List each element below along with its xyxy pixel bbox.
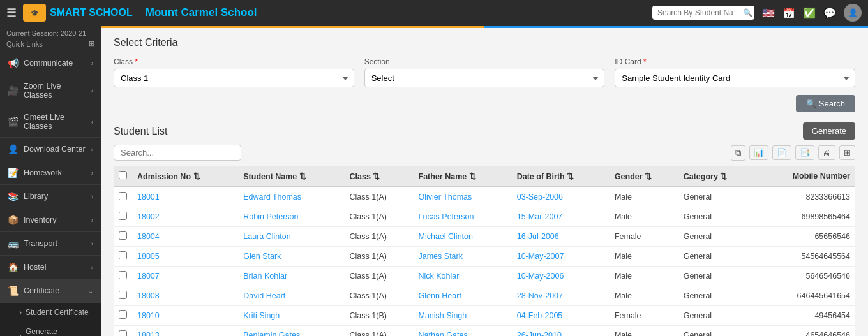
father-link[interactable]: James Stark [419,252,463,261]
admission-link[interactable]: 18008 [137,291,160,300]
sidebar-item-certificate[interactable]: 📜 Certificate ⌄ [0,279,101,303]
sidebar-item-hostel[interactable]: 🏠 Hostel › [0,256,101,279]
section-select[interactable]: Select [364,69,605,87]
hamburger-icon[interactable]: ☰ [6,6,17,20]
sidebar-item-homework[interactable]: 📝 Homework › [0,161,101,185]
dob-link[interactable]: 15-Mar-2007 [517,212,563,221]
father-link[interactable]: Michael Clinton [419,232,473,241]
sidebar-label-zoom: Zoom Live Classes [24,82,91,99]
search-icon[interactable]: 🔍 [743,8,752,17]
row-checkbox-cell[interactable] [114,267,132,286]
father-link[interactable]: Glenn Heart [419,291,461,300]
dob-link[interactable]: 10-May-2007 [517,252,564,261]
brand: 🎓 SMART SCHOOL [23,4,133,22]
sidebar-item-student-cert[interactable]: › Student Certificate [0,303,101,322]
father-link[interactable]: Nathan Gates [419,331,468,336]
row-checkbox-cell[interactable] [114,326,132,337]
row-checkbox-cell[interactable] [114,207,132,227]
csv-icon-btn[interactable]: 📄 [772,145,791,160]
row-category: General [678,227,757,247]
table-icons: ⧉ 📊 📄 📑 🖨 ⊞ [731,145,855,161]
student-table-body: 18001 Edward Thomas Class 1(A) Olivier T… [114,187,855,336]
name-link[interactable]: Kriti Singh [243,311,280,320]
name-link[interactable]: Laura Clinton [243,232,290,241]
checkmark-icon[interactable]: ✅ [803,7,816,19]
print-icon-btn[interactable]: 🖨 [818,145,835,160]
row-checkbox[interactable] [119,330,127,336]
admission-link[interactable]: 18004 [137,232,160,241]
name-link[interactable]: Glen Stark [243,252,281,261]
whatsapp-icon[interactable]: 💬 [823,7,836,19]
sidebar-item-gen-cert[interactable]: › Generate Certificate [0,322,101,336]
row-checkbox-cell[interactable] [114,227,132,247]
row-dob: 26-Jun-2010 [512,326,610,337]
dob-link[interactable]: 03-Sep-2006 [517,193,563,201]
table-search-input[interactable] [114,145,241,161]
row-checkbox[interactable] [119,310,127,319]
row-checkbox-cell[interactable] [114,187,132,207]
admission-link[interactable]: 18007 [137,272,160,281]
name-link[interactable]: Benjamin Gates [243,331,300,336]
row-checkbox[interactable] [119,212,127,220]
flag-icon[interactable]: 🇺🇸 [762,7,775,19]
admission-link[interactable]: 18001 [137,193,160,201]
row-admission: 18013 [132,326,238,337]
sidebar-item-library[interactable]: 📚 Library › [0,185,101,208]
class-form-group: Class * Class 1 [114,57,354,87]
row-mobile: 646445641654 [757,286,855,306]
pdf-icon-btn[interactable]: 📑 [795,145,814,160]
sidebar-item-inventory[interactable]: 📦 Inventory › [0,208,101,232]
row-checkbox[interactable] [119,271,127,279]
row-father: James Stark [414,247,512,267]
father-link[interactable]: Lucas Peterson [419,212,474,221]
sidebar-item-gmeet[interactable]: 🎬 Gmeet Live Classes ‹ [0,106,101,138]
sidebar-item-transport[interactable]: 🚌 Transport › [0,232,101,256]
row-checkbox-cell[interactable] [114,286,132,306]
name-link[interactable]: Brian Kohlar [243,272,287,281]
admission-link[interactable]: 18005 [137,252,160,261]
father-link[interactable]: Nick Kohlar [419,272,460,281]
row-checkbox-cell[interactable] [114,306,132,326]
grid-icon[interactable]: ⊞ [89,40,94,48]
search-button[interactable]: 🔍 Search [796,95,855,112]
sidebar-item-zoom[interactable]: 🎥 Zoom Live Classes ‹ [0,75,101,106]
admission-link[interactable]: 18013 [137,331,160,336]
select-all-checkbox[interactable] [119,171,127,179]
name-link[interactable]: Edward Thomas [243,193,301,201]
navbar-search-box[interactable]: 🔍 [652,6,754,20]
father-link[interactable]: Manish Singh [419,311,467,320]
dob-link[interactable]: 16-Jul-2006 [517,232,559,241]
generate-button[interactable]: Generate [803,122,855,140]
th-select-all[interactable] [114,166,132,187]
dob-link[interactable]: 26-Jun-2010 [517,331,562,336]
row-checkbox[interactable] [119,291,127,299]
copy-icon-btn[interactable]: ⧉ [731,145,745,161]
row-checkbox[interactable] [119,231,127,240]
class-select[interactable]: Class 1 [114,69,354,87]
quick-links-row: Quick Links ⊞ [0,38,101,52]
admission-link[interactable]: 18002 [137,212,160,221]
dob-link[interactable]: 28-Nov-2007 [517,291,563,300]
search-btn-label: Search [819,99,845,108]
navbar-search-input[interactable] [657,8,740,17]
admission-link[interactable]: 18010 [137,311,160,320]
dob-link[interactable]: 04-Feb-2005 [517,311,563,320]
avatar[interactable]: 👤 [844,4,862,22]
sidebar-item-communicate[interactable]: 📢 Communicate › [0,52,101,75]
name-link[interactable]: David Heart [243,291,285,300]
row-checkbox[interactable] [119,251,127,259]
calendar-icon[interactable]: 📅 [782,7,795,19]
father-link[interactable]: Olivier Thomas [419,193,472,201]
row-checkbox[interactable] [119,192,127,200]
sidebar-item-download[interactable]: 👤 Download Center › [0,138,101,161]
idcard-select[interactable]: Sample Student Identity Card [615,69,855,87]
row-gender: Male [610,187,678,207]
row-admission: 18004 [132,227,238,247]
columns-icon-btn[interactable]: ⊞ [839,145,855,160]
dob-link[interactable]: 10-May-2006 [517,272,564,281]
excel-icon-btn[interactable]: 📊 [749,145,768,160]
name-link[interactable]: Robin Peterson [243,212,298,221]
chevron-right-icon2: ‹ [91,87,93,94]
table-toolbar: ⧉ 📊 📄 📑 🖨 ⊞ [114,145,855,161]
row-checkbox-cell[interactable] [114,247,132,267]
